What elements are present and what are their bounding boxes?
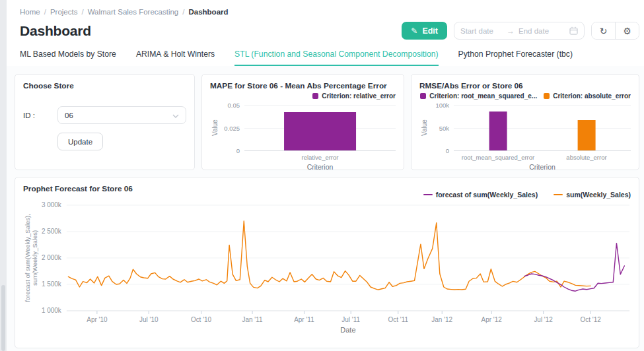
tab-python-prophet[interactable]: Python Prophet Forecaster (tbc) [458, 49, 573, 66]
bar-absolute_error[interactable] [578, 120, 596, 150]
x-tick-label: relative_error [244, 154, 396, 161]
bar-root_mean_squared_error[interactable] [489, 112, 507, 150]
breadcrumb-current: Dashboard [188, 8, 228, 16]
refresh-icon: ↻ [600, 26, 608, 36]
svg-text:1 000k: 1 000k [42, 307, 61, 314]
rmse-chart-card: RMSE/Abs Error or Store 06 Criterion: ro… [411, 74, 639, 170]
svg-text:2 000k: 2 000k [42, 254, 61, 261]
chart-title: RMSE/Abs Error or Store 06 [419, 81, 631, 90]
legend-swatch [312, 93, 318, 99]
svg-text:Oct '11: Oct '11 [388, 316, 409, 323]
svg-text:Date: Date [340, 326, 355, 334]
edit-button-label: Edit [422, 26, 438, 36]
start-date-input[interactable] [460, 27, 503, 35]
y-tick-label: 0.025 [224, 124, 240, 131]
breadcrumb-home[interactable]: Home [20, 8, 40, 16]
legend-swatch [420, 93, 426, 99]
chart-legend: Criterion: root_mean_squared_e...Criteri… [419, 92, 631, 100]
legend-item[interactable]: sum(Weekly_Sales) [554, 191, 631, 199]
refresh-button[interactable]: ↻ [592, 22, 615, 39]
arrow-right-icon: → [507, 26, 515, 36]
svg-text:Jul '10: Jul '10 [139, 316, 159, 323]
svg-text:Jan '11: Jan '11 [242, 316, 264, 323]
x-axis-title: Criterion [244, 163, 396, 171]
choose-store-card: Choose Store ID : 06 Update [15, 74, 195, 170]
legend-item[interactable]: Criterion: relative_error [312, 92, 396, 100]
x-tick-labels: relative_error [244, 154, 396, 161]
svg-text:sum(Weekly_Sales): sum(Weekly_Sales) [31, 230, 38, 286]
gridline [454, 128, 631, 129]
dashboard-canvas: Choose Store ID : 06 Update [7, 66, 644, 351]
store-id-select[interactable]: 06 [57, 106, 186, 124]
date-range-picker[interactable]: → [454, 22, 585, 40]
legend-label: Criterion: relative_error [322, 92, 396, 100]
tab-stl-decomposition[interactable]: STL (Function and Seasonal Component Dec… [234, 49, 438, 66]
svg-text:Apr '10: Apr '10 [87, 316, 108, 323]
breadcrumb-separator: / [182, 8, 184, 16]
svg-text:Oct '12: Oct '12 [581, 316, 602, 323]
svg-text:1 500k: 1 500k [42, 280, 61, 288]
breadcrumb-projects[interactable]: Projects [50, 8, 78, 16]
gear-icon: ⚙ [623, 26, 631, 36]
y-tick-label: 100k [435, 102, 449, 109]
gridline [244, 105, 396, 106]
chart-legend: Criterion: relative_error [210, 92, 396, 100]
legend-label: sum(Weekly_Sales) [566, 191, 631, 199]
series-forecast of sum(Weekly_Sales) [524, 243, 625, 292]
toolbar-icon-group: ↻ ⚙ [591, 22, 639, 40]
left-scrollbar-thumb[interactable] [1, 285, 5, 351]
svg-text:forecast of sum(Weekly_Sales),: forecast of sum(Weekly_Sales), [24, 214, 31, 302]
legend-swatch [554, 194, 563, 195]
svg-text:2 500k: 2 500k [42, 228, 61, 235]
chart-title: MAPE for Store 06 - Mean Abs Percentage … [210, 81, 396, 90]
legend-item[interactable]: Criterion: root_mean_squared_e... [420, 92, 537, 100]
legend-label: Criterion: absolute_error [553, 92, 631, 100]
x-tick-label: absolute_error [542, 154, 631, 161]
y-tick-label: 0 [446, 147, 449, 154]
breadcrumb: Home / Projects / Walmart Sales Forecast… [20, 0, 639, 16]
prophet-forecast-card: Prophet Forecast for Store 06 forecast o… [15, 177, 639, 348]
page-title: Dashboard [20, 23, 91, 39]
calendar-icon[interactable] [569, 26, 578, 35]
legend-item[interactable]: Criterion: absolute_error [544, 92, 631, 100]
y-axis-title: Value [421, 105, 428, 151]
tab-arima-holt-winters[interactable]: ARIMA & Holt Winters [136, 49, 215, 66]
svg-text:Jul '12: Jul '12 [534, 316, 553, 323]
svg-text:Jul '11: Jul '11 [341, 316, 360, 323]
update-button[interactable]: Update [57, 133, 103, 150]
page: Home / Projects / Walmart Sales Forecast… [7, 0, 644, 351]
tab-ml-based-models[interactable]: ML Based Models by Store [20, 49, 116, 66]
edit-button[interactable]: ✎ Edit [402, 22, 447, 40]
y-axis-title: Value [211, 105, 219, 151]
chart-title: Prophet Forecast for Store 06 [23, 184, 133, 193]
mape-chart-card: MAPE for Store 06 - Mean Abs Percentage … [201, 74, 404, 170]
x-tick-label: root_mean_squared_error [454, 154, 542, 161]
chevron-down-icon [172, 112, 179, 119]
breadcrumb-project-name[interactable]: Walmart Sales Forecasting [88, 8, 179, 16]
legend-swatch [544, 93, 550, 99]
legend-swatch [423, 194, 433, 195]
store-id-value: 06 [65, 112, 73, 119]
end-date-input[interactable] [519, 27, 561, 35]
svg-text:Apr '12: Apr '12 [482, 316, 503, 323]
chart-legend: forecast of sum(Weekly_Sales)sum(Weekly_… [423, 191, 631, 199]
breadcrumb-separator: / [44, 8, 46, 16]
store-id-label: ID : [23, 112, 57, 119]
svg-text:Apr '11: Apr '11 [294, 316, 314, 323]
line-chart: 1 000k1 500k2 000k2 500k3 000kApr '10Jul… [23, 201, 631, 335]
svg-text:3 000k: 3 000k [42, 201, 61, 208]
plot-area: 050k100k [454, 105, 631, 151]
settings-button[interactable]: ⚙ [616, 22, 639, 39]
plot-area: 00.0250.05 [244, 105, 396, 151]
y-tick-label: 0.05 [228, 102, 240, 109]
legend-item[interactable]: forecast of sum(Weekly_Sales) [423, 191, 538, 199]
y-tick-label: 0 [236, 147, 240, 154]
x-tick-labels: root_mean_squared_errorabsolute_error [454, 154, 631, 161]
legend-label: Criterion: root_mean_squared_e... [429, 92, 537, 100]
x-axis-title: Criterion [454, 163, 631, 171]
dashboard-tabs: ML Based Models by Store ARIMA & Holt Wi… [20, 49, 639, 66]
pencil-icon: ✎ [411, 27, 417, 35]
gridline [454, 105, 631, 106]
choose-store-title: Choose Store [23, 81, 186, 90]
bar-relative_error[interactable] [284, 112, 357, 150]
